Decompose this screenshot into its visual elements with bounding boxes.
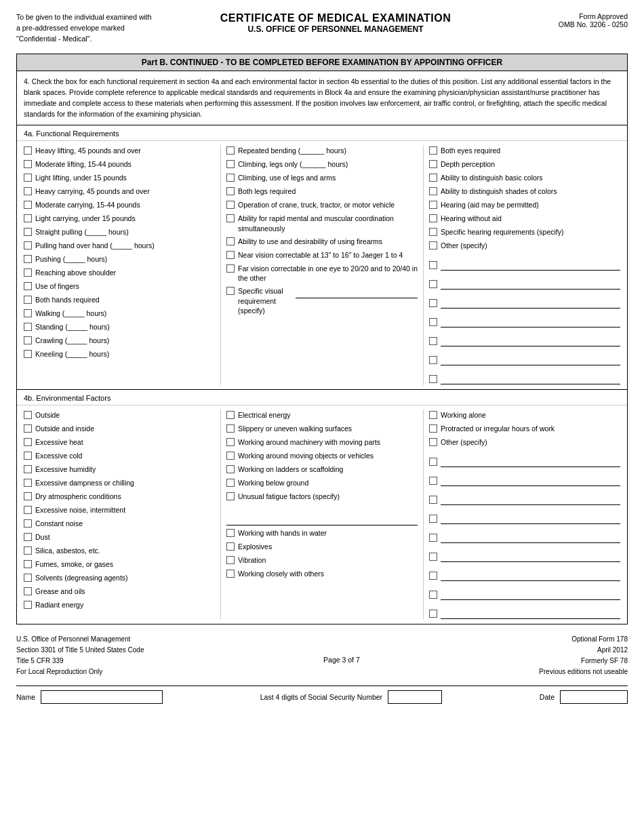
checkbox[interactable] xyxy=(429,375,437,383)
checkbox[interactable] xyxy=(429,438,437,446)
checkbox[interactable] xyxy=(429,174,437,182)
checkbox[interactable] xyxy=(24,241,32,250)
checkbox[interactable] xyxy=(24,411,32,419)
checkbox[interactable] xyxy=(226,452,235,460)
checkbox[interactable] xyxy=(24,269,32,277)
blank-line-item xyxy=(429,469,620,487)
checkbox[interactable] xyxy=(24,350,32,358)
blank-field[interactable] xyxy=(441,589,620,600)
checkbox[interactable] xyxy=(226,556,235,564)
checkbox[interactable] xyxy=(226,570,235,578)
checkbox[interactable] xyxy=(226,174,235,182)
checkbox[interactable] xyxy=(429,241,437,250)
checkbox[interactable] xyxy=(24,506,32,514)
blank-field[interactable] xyxy=(226,515,418,525)
checkbox[interactable] xyxy=(24,336,32,344)
checkbox[interactable] xyxy=(226,264,235,273)
checkbox[interactable] xyxy=(429,515,437,523)
blank-field[interactable] xyxy=(441,355,620,365)
checkbox[interactable] xyxy=(24,323,32,331)
blank-field[interactable] xyxy=(441,513,620,524)
checkbox[interactable] xyxy=(429,553,437,561)
checkbox[interactable] xyxy=(24,228,32,236)
checkbox[interactable] xyxy=(24,309,32,317)
checkbox[interactable] xyxy=(226,438,235,446)
checkbox[interactable] xyxy=(429,458,437,466)
checkbox[interactable] xyxy=(429,261,437,269)
checkbox[interactable] xyxy=(429,214,437,222)
checkbox[interactable] xyxy=(429,356,437,364)
checkbox[interactable] xyxy=(226,424,235,433)
checkbox[interactable] xyxy=(24,282,32,290)
blank-field[interactable] xyxy=(441,494,620,505)
checkbox[interactable] xyxy=(226,160,235,168)
blank-field[interactable] xyxy=(441,551,620,562)
checkbox[interactable] xyxy=(24,424,32,433)
checkbox[interactable] xyxy=(24,174,32,182)
checkbox[interactable] xyxy=(24,492,32,500)
checkbox[interactable] xyxy=(429,424,437,433)
checkbox[interactable] xyxy=(24,187,32,195)
checkbox[interactable] xyxy=(24,574,32,582)
checkbox[interactable] xyxy=(24,452,32,460)
checkbox[interactable] xyxy=(429,496,437,504)
blank-field[interactable] xyxy=(441,374,620,384)
checkbox[interactable] xyxy=(226,251,235,259)
checkbox[interactable] xyxy=(226,201,235,209)
checkbox[interactable] xyxy=(429,572,437,580)
blank-field[interactable] xyxy=(441,475,620,486)
checkbox[interactable] xyxy=(226,287,235,295)
checkbox[interactable] xyxy=(226,214,235,222)
ssn-field[interactable] xyxy=(388,690,442,704)
checkbox[interactable] xyxy=(24,296,32,304)
checkbox[interactable] xyxy=(429,201,437,209)
checkbox[interactable] xyxy=(24,533,32,541)
checkbox[interactable] xyxy=(24,201,32,209)
checkbox[interactable] xyxy=(24,547,32,555)
checkbox[interactable] xyxy=(24,587,32,595)
checkbox[interactable] xyxy=(226,187,235,195)
blank-field[interactable] xyxy=(441,336,620,346)
checkbox[interactable] xyxy=(226,542,235,551)
checkbox[interactable] xyxy=(24,519,32,528)
checkbox[interactable] xyxy=(429,280,437,288)
checkbox[interactable] xyxy=(226,465,235,473)
checkbox[interactable] xyxy=(429,591,437,599)
checkbox[interactable] xyxy=(429,160,437,168)
checkbox[interactable] xyxy=(429,610,437,618)
checkbox[interactable] xyxy=(429,534,437,542)
checkbox[interactable] xyxy=(429,337,437,345)
blank-field[interactable] xyxy=(441,260,620,271)
name-field[interactable] xyxy=(41,690,163,704)
blank-field[interactable] xyxy=(441,570,620,581)
checkbox[interactable] xyxy=(24,465,32,473)
checkbox[interactable] xyxy=(226,492,235,500)
checkbox[interactable] xyxy=(24,214,32,222)
checkbox[interactable] xyxy=(24,601,32,609)
checkbox[interactable] xyxy=(429,318,437,326)
checkbox[interactable] xyxy=(24,479,32,487)
checkbox[interactable] xyxy=(429,477,437,485)
checkbox[interactable] xyxy=(226,146,235,155)
checkbox[interactable] xyxy=(24,146,32,155)
checkbox[interactable] xyxy=(226,529,235,537)
checkbox[interactable] xyxy=(429,146,437,155)
blank-field[interactable] xyxy=(441,317,620,327)
date-field[interactable] xyxy=(560,690,628,704)
blank-field[interactable] xyxy=(441,608,620,619)
blank-field[interactable] xyxy=(441,298,620,309)
checkbox[interactable] xyxy=(226,237,235,245)
blank-field[interactable] xyxy=(441,532,620,543)
checkbox[interactable] xyxy=(24,438,32,446)
checkbox[interactable] xyxy=(24,255,32,263)
checkbox[interactable] xyxy=(226,411,235,419)
checkbox[interactable] xyxy=(429,411,437,419)
checkbox[interactable] xyxy=(429,299,437,307)
blank-field[interactable] xyxy=(441,279,620,290)
checkbox[interactable] xyxy=(24,560,32,568)
checkbox[interactable] xyxy=(226,479,235,487)
blank-field[interactable] xyxy=(441,456,620,467)
checkbox[interactable] xyxy=(24,160,32,168)
checkbox[interactable] xyxy=(429,187,437,195)
checkbox[interactable] xyxy=(429,228,437,236)
